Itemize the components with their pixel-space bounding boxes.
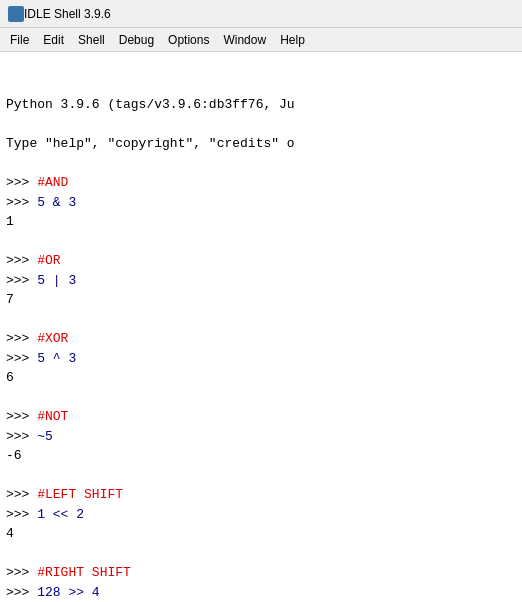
menu-item-file[interactable]: File <box>4 31 35 49</box>
shell-line-14: -6 <box>6 446 516 466</box>
window-title: IDLE Shell 3.9.6 <box>24 7 111 21</box>
shell-line-2: 1 <box>6 212 516 232</box>
shell-line-15 <box>6 466 516 486</box>
shell-line-10: 6 <box>6 368 516 388</box>
intro-line-1: Python 3.9.6 (tags/v3.9.6:db3ff76, Ju <box>6 95 516 115</box>
menu-item-help[interactable]: Help <box>274 31 311 49</box>
shell-line-13: >>> ~5 <box>6 427 516 447</box>
shell-line-0: >>> #AND <box>6 173 516 193</box>
shell-line-5: >>> 5 | 3 <box>6 271 516 291</box>
shell-line-7 <box>6 310 516 330</box>
shell-line-16: >>> #LEFT SHIFT <box>6 485 516 505</box>
app-icon <box>8 6 24 22</box>
shell-line-12: >>> #NOT <box>6 407 516 427</box>
shell-line-1: >>> 5 & 3 <box>6 193 516 213</box>
shell-line-20: >>> #RIGHT SHIFT <box>6 563 516 583</box>
title-bar: IDLE Shell 3.9.6 <box>0 0 522 28</box>
menu-item-edit[interactable]: Edit <box>37 31 70 49</box>
shell-line-11 <box>6 388 516 408</box>
menu-item-options[interactable]: Options <box>162 31 215 49</box>
shell-line-19 <box>6 544 516 564</box>
shell-line-17: >>> 1 << 2 <box>6 505 516 525</box>
shell-line-4: >>> #OR <box>6 251 516 271</box>
shell-content[interactable]: Python 3.9.6 (tags/v3.9.6:db3ff76, JuTyp… <box>0 52 522 602</box>
menu-item-debug[interactable]: Debug <box>113 31 160 49</box>
menu-item-window[interactable]: Window <box>217 31 272 49</box>
menu-bar: FileEditShellDebugOptionsWindowHelp <box>0 28 522 52</box>
shell-line-18: 4 <box>6 524 516 544</box>
shell-line-8: >>> #XOR <box>6 329 516 349</box>
menu-item-shell[interactable]: Shell <box>72 31 111 49</box>
shell-line-3 <box>6 232 516 252</box>
intro-line-2: Type "help", "copyright", "credits" o <box>6 134 516 154</box>
shell-line-6: 7 <box>6 290 516 310</box>
shell-line-9: >>> 5 ^ 3 <box>6 349 516 369</box>
shell-line-21: >>> 128 >> 4 <box>6 583 516 603</box>
